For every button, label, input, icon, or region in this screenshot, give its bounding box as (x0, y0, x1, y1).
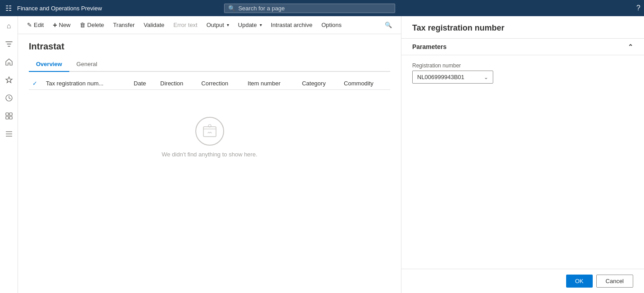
options-button[interactable]: Options (318, 20, 345, 30)
col-check: ✓ (29, 77, 42, 90)
validate-button[interactable]: Validate (140, 20, 168, 30)
parameters-section-content: Registration number NL006999943B01 ⌄ (401, 55, 644, 91)
registration-number-value: NL006999943B01 (417, 74, 464, 80)
svg-rect-2 (9, 113, 12, 115)
col-date: Date (130, 77, 157, 90)
cancel-button[interactable]: Cancel (596, 275, 633, 288)
svg-rect-1 (6, 113, 9, 115)
sidebar: ⌂ (0, 16, 18, 293)
sidebar-item-favorites[interactable] (1, 72, 17, 88)
panel-title: Tax registration number (401, 16, 644, 38)
tab-overview[interactable]: Overview (29, 57, 69, 72)
sidebar-item-home[interactable]: ⌂ (1, 18, 17, 34)
search-bar[interactable]: 🔍 Search for a page (224, 4, 395, 13)
new-icon: + (53, 21, 57, 29)
page-content: Intrastat Overview General ✓ Tax registr… (18, 34, 401, 293)
update-button[interactable]: Update (234, 20, 266, 30)
intrastat-archive-button[interactable]: Intrastat archive (267, 20, 316, 30)
sidebar-item-recent[interactable] (1, 90, 17, 106)
edit-icon: ✎ (27, 22, 32, 28)
toolbar-search-icon: 🔍 (385, 22, 392, 28)
parameters-section-header[interactable]: Parameters ⌃ (401, 38, 644, 55)
toolbar: ✎ Edit + New 🗑 Delete Transfer Validate … (18, 16, 401, 34)
new-button[interactable]: + New (49, 19, 74, 31)
registration-number-label: Registration number (412, 62, 633, 69)
delete-button[interactable]: 🗑 Delete (76, 20, 108, 30)
toolbar-search-button[interactable]: 🔍 (381, 20, 396, 30)
page-title: Intrastat (29, 41, 390, 52)
collapse-icon: ⌃ (628, 43, 633, 50)
hamburger-menu-icon[interactable]: ☷ (4, 2, 14, 14)
help-icon[interactable]: ? (636, 4, 640, 12)
dropdown-arrow-icon: ⌄ (484, 74, 488, 80)
registration-number-select[interactable]: NL006999943B01 ⌄ (412, 71, 493, 84)
check-icon: ✓ (32, 80, 37, 87)
ok-button[interactable]: OK (566, 275, 593, 288)
search-icon: 🔍 (228, 5, 235, 12)
col-category: Category (298, 77, 340, 90)
top-nav: ☷ Finance and Operations Preview 🔍 Searc… (0, 0, 644, 16)
empty-state: We didn't find anything to show here. (29, 90, 390, 185)
error-text-button[interactable]: Error text (170, 20, 201, 30)
sidebar-item-home2[interactable] (1, 54, 17, 70)
sidebar-filter-icon[interactable] (1, 36, 17, 52)
tabs: Overview General (29, 57, 390, 72)
tab-general[interactable]: General (69, 57, 104, 72)
sidebar-item-modules[interactable] (1, 126, 17, 142)
main-layout: ⌂ (0, 16, 644, 293)
delete-icon: 🗑 (80, 22, 86, 28)
content-area: ✎ Edit + New 🗑 Delete Transfer Validate … (18, 16, 401, 293)
svg-rect-4 (9, 116, 12, 119)
app-title: Finance and Operations Preview (17, 5, 102, 12)
panel-footer: OK Cancel (401, 269, 644, 293)
col-correction: Correction (198, 77, 244, 90)
svg-rect-8 (203, 127, 216, 137)
parameters-label: Parameters (412, 43, 446, 50)
sidebar-item-workspaces[interactable] (1, 108, 17, 124)
empty-state-icon (195, 117, 224, 146)
data-table: ✓ Tax registration num... Date Direction… (29, 77, 390, 185)
empty-state-text: We didn't find anything to show here. (162, 151, 257, 158)
output-button[interactable]: Output (203, 20, 233, 30)
col-tax-reg: Tax registration num... (42, 77, 130, 90)
col-item-number: Item number (244, 77, 298, 90)
search-placeholder: Search for a page (238, 5, 284, 12)
col-commodity: Commodity (340, 77, 390, 90)
col-direction: Direction (157, 77, 198, 90)
svg-rect-3 (6, 116, 9, 119)
transfer-button[interactable]: Transfer (109, 20, 138, 30)
right-panel: Tax registration number Parameters ⌃ Reg… (401, 16, 644, 293)
edit-button[interactable]: ✎ Edit (23, 20, 47, 30)
